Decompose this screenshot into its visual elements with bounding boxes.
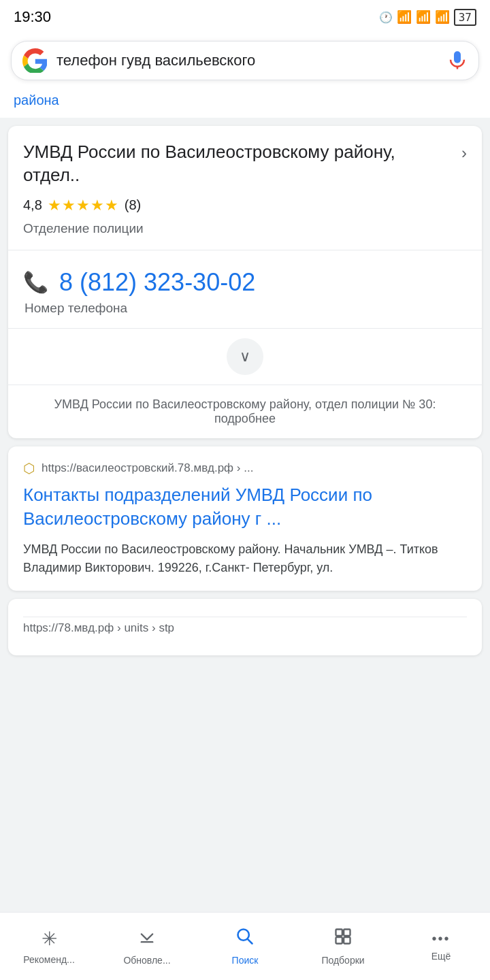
result-source-row-1: ⬡ https://василеостровский.78.мвд.рф › .… (23, 460, 467, 476)
recommend-icon: ✳ (42, 928, 57, 950)
wifi-icon: 📶 (435, 10, 450, 24)
result-url-2: https://78.мвд.рф › units › stp (23, 621, 467, 635)
phone-section: 📞 8 (812) 323-30-02 Номер телефона (8, 250, 482, 328)
expand-button[interactable]: ∨ (227, 338, 263, 375)
search-query-text: телефон гувд васильевского (56, 52, 438, 69)
mic-icon[interactable] (447, 50, 468, 71)
result-url-1: https://василеостровский.78.мвд.рф › ... (42, 461, 253, 475)
nav-item-recommend[interactable]: ✳ Рекоменд... (0, 913, 98, 980)
search-bar[interactable]: телефон гувд васильевского (11, 41, 479, 80)
breadcrumb-area: района (0, 91, 490, 118)
search-result-1: ⬡ https://василеостровский.78.мвд.рф › .… (8, 446, 482, 591)
nav-label-more: Ещё (431, 951, 451, 962)
more-info-text[interactable]: УМВД России по Василеостровскому району,… (8, 385, 482, 438)
result-snippet-1: УМВД России по Василеостровскому району.… (23, 540, 467, 577)
nav-item-collections[interactable]: Подборки (294, 913, 392, 980)
status-icons: 🕐 📶 📶 📶 37 (379, 9, 476, 26)
nav-item-more[interactable]: ••• Ещё (392, 913, 490, 980)
svg-rect-7 (344, 937, 350, 943)
nav-label-recommend: Рекоменд... (23, 954, 75, 965)
phone-number[interactable]: 8 (812) 323-30-02 (59, 268, 255, 297)
rating-number: 4,8 (23, 197, 42, 213)
rating-stars: ★★★★★ (48, 197, 119, 214)
search-result-2: https://78.мвд.рф › units › stp (8, 599, 482, 655)
place-name: УМВД России по Василеостровскому району,… (23, 141, 455, 187)
svg-rect-5 (344, 930, 350, 936)
svg-rect-6 (336, 937, 342, 943)
place-type: Отделение полиции (8, 218, 482, 250)
nav-label-search: Поиск (232, 955, 259, 966)
rating-count: (8) (125, 197, 141, 213)
collections-icon (333, 927, 353, 951)
signal-icon-2: 📶 (416, 10, 431, 24)
bottom-nav: ✳ Рекоменд... Обновле... Поиск (0, 912, 490, 980)
divider-top (23, 617, 467, 617)
place-card-header: УМВД России по Василеостровскому району,… (8, 126, 482, 197)
chevron-down-icon: ∨ (240, 348, 250, 365)
phone-label: Номер телефона (23, 301, 467, 316)
breadcrumb-link[interactable]: района (14, 93, 59, 108)
expand-row: ∨ (8, 328, 482, 385)
google-logo (22, 48, 47, 73)
place-card: УМВД России по Василеостровскому району,… (8, 126, 482, 438)
svg-rect-1 (141, 941, 154, 943)
updates-icon (137, 927, 157, 951)
search-icon (235, 927, 255, 951)
result-favicon-1: ⬡ (23, 460, 35, 476)
status-time: 19:30 (14, 8, 51, 26)
nav-item-search[interactable]: Поиск (196, 913, 294, 980)
search-bar-container: телефон гувд васильевского (0, 34, 490, 91)
alarm-icon: 🕐 (379, 11, 393, 24)
nav-item-updates[interactable]: Обновле... (98, 913, 196, 980)
battery-indicator: 37 (454, 9, 476, 26)
place-arrow-icon[interactable]: › (461, 144, 467, 163)
status-bar: 19:30 🕐 📶 📶 📶 37 (0, 0, 490, 34)
phone-icon: 📞 (23, 270, 48, 294)
signal-icon-1: 📶 (397, 10, 412, 24)
nav-label-collections: Подборки (321, 955, 364, 966)
more-icon: ••• (431, 931, 450, 947)
svg-line-3 (248, 939, 252, 943)
nav-label-updates: Обновле... (123, 955, 170, 966)
phone-row[interactable]: 📞 8 (812) 323-30-02 (23, 268, 467, 297)
result-title-1[interactable]: Контакты подразделений УМВД России по Ва… (23, 483, 467, 531)
svg-rect-4 (336, 930, 342, 936)
place-rating: 4,8 ★★★★★ (8) (8, 197, 482, 218)
